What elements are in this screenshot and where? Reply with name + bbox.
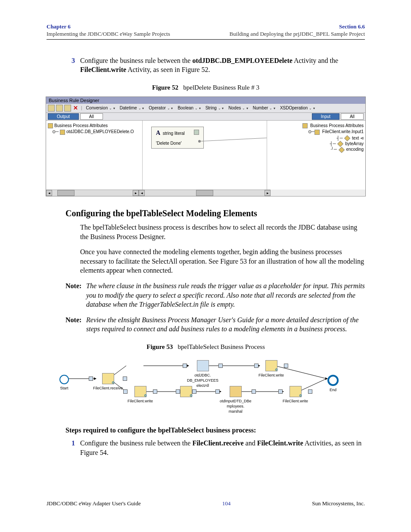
note-1: Note: The where clause in the business r…: [65, 281, 365, 309]
end-node: End: [327, 375, 339, 392]
step-1: 1 Configure the business rule between th…: [80, 439, 365, 457]
scroll-left-icon[interactable]: ◂: [46, 190, 52, 196]
node-icon: [314, 130, 320, 135]
note-label: Note:: [65, 281, 86, 309]
folder-icon: [48, 123, 53, 128]
designer-title: Business Rule Designer: [46, 97, 365, 104]
mapping-canvas[interactable]: A string literal 'Delete Done': [143, 121, 267, 190]
footer-right: Sun Microsystems, Inc.: [312, 500, 365, 507]
menu-operator[interactable]: Operator ⌄ ▾: [149, 106, 173, 110]
link-icon: [252, 389, 256, 394]
footer-left: JDBC/ODBC eWay Adapter User's Guide: [47, 500, 141, 507]
delete-icon[interactable]: ✕: [72, 105, 79, 111]
activity-write-top: FileClient.write: [258, 360, 284, 377]
menu-boolean[interactable]: Boolean ⌄ ▾: [177, 106, 200, 110]
scroll-right-icon[interactable]: ▸: [133, 190, 139, 196]
scrollbars: ◂ ▸ ◂ ▸: [46, 190, 365, 196]
menu-nodes[interactable]: Nodes ⌄ ▾: [228, 106, 248, 110]
tree-root-left: Business Process Attributes: [54, 123, 108, 128]
output-button[interactable]: Output: [48, 113, 79, 120]
figure52: Business Rule Designer ✕ | Conversion ⌄ …: [46, 96, 366, 196]
diamond-icon: [344, 135, 350, 141]
figure52-caption: Figure 52 bpelDelete Business Rule # 3: [47, 84, 365, 91]
link-icon: [308, 389, 312, 394]
link-icon: [176, 389, 180, 394]
figure53: Start FileClient.receive FileClient.writ…: [59, 355, 352, 420]
steps-intro: Steps required to configure the bpelTabl…: [65, 426, 365, 434]
scroll-right-icon[interactable]: ▸: [265, 190, 271, 196]
scroll-left-icon[interactable]: ◂: [139, 190, 145, 196]
step-3: 3 Configure the business rule between th…: [80, 56, 365, 75]
toolbar-icon-3[interactable]: [64, 105, 71, 112]
menu-number[interactable]: Number ⌄ ▾: [253, 106, 275, 110]
designer-body: Business Process Attributes ⊙─ otdJDBC.D…: [46, 121, 365, 190]
menu-string[interactable]: String ⌄ ▾: [206, 106, 224, 110]
section-label: Section 6.6: [230, 23, 365, 31]
activity-icon: [180, 386, 192, 397]
page-number: 104: [222, 500, 231, 507]
toolbar-icon-2[interactable]: [56, 105, 63, 112]
menu-conversion[interactable]: Conversion ⌄ ▾: [86, 106, 115, 110]
link-icon: [89, 376, 93, 381]
activity-icon: [134, 386, 146, 397]
all-button-right[interactable]: All: [341, 113, 364, 120]
tree-child-right: FileClient.write.Input1: [322, 129, 364, 134]
input-tree[interactable]: Business Process Attributes FileClient.w…: [267, 121, 365, 190]
paragraph-2: Once you have connected the modeling ele…: [80, 247, 365, 275]
section-subtitle: Building and Deploying the prjJDBC_BPEL …: [230, 31, 365, 38]
header-rule: [47, 39, 365, 40]
note-text: The where clause in the business rule re…: [86, 281, 365, 309]
link-icon: [123, 376, 127, 381]
note-label: Note:: [65, 315, 86, 334]
link-icon: [254, 364, 258, 368]
menu-xsd[interactable]: XSDOperation ⌄ ▾: [280, 106, 315, 110]
output-tree[interactable]: Business Process Attributes ⊙─ otdJDBC.D…: [46, 121, 143, 190]
attr-bytearray: byteArray: [345, 141, 364, 146]
all-button-left[interactable]: All: [80, 113, 103, 120]
note-2: Note: Review the eInsight Business Proce…: [65, 315, 365, 334]
scroll-thumb[interactable]: [57, 190, 75, 196]
step-text: Configure the business rule between the …: [80, 57, 338, 74]
figure53-caption: Figure 53 bpelTableSelect Business Proce…: [47, 343, 365, 351]
section-heading: Configuring the bpelTableSelect Modeling…: [65, 208, 365, 218]
activity-write-bottom: FileClient.write: [128, 386, 153, 403]
link-icon: [192, 389, 196, 394]
activity-icon: [265, 360, 277, 371]
link-icon: [215, 389, 220, 394]
menu-datetime[interactable]: Datetime ⌄ ▾: [120, 106, 144, 110]
designer-filter-row: Output All Input All: [46, 113, 365, 121]
scrollbar-mid[interactable]: ◂ ▸: [139, 190, 271, 196]
page-header: Chapter 6 Implementing the JDBC/ODBC eWa…: [47, 23, 365, 38]
activity-marshal: otdInputDTD_DBe mployees. marshal: [220, 386, 252, 414]
link-icon: [218, 364, 223, 368]
activity-icon: [197, 360, 209, 371]
activity-selectall: otdJDBC. DB_EMPLOYEES electAll: [187, 360, 218, 388]
paragraph-1: The bpelTableSelect business process is …: [80, 223, 365, 241]
start-node: Start: [59, 375, 69, 390]
mapping-line: [143, 121, 267, 190]
step-text: Configure the business rule between the …: [80, 439, 361, 456]
diamond-icon: [339, 147, 345, 153]
note-text: Review the eInsight Business Process Man…: [86, 315, 365, 334]
diamond-icon: [337, 141, 343, 147]
scroll-thumb[interactable]: [196, 190, 213, 196]
step-number: 3: [72, 56, 78, 65]
step-number: 1: [72, 439, 78, 448]
chapter-subtitle: Implementing the JDBC/ODBC eWay Sample P…: [47, 31, 170, 38]
toolbar-icon-1[interactable]: [48, 105, 55, 112]
activity-icon: [290, 386, 302, 397]
node-icon: [60, 130, 65, 135]
chapter-label: Chapter 6: [47, 23, 170, 31]
activity-write-last: FileClient.write: [283, 386, 308, 403]
link-icon: [123, 389, 128, 394]
end-icon: [327, 375, 339, 386]
activity-receive: FileClient.receive: [93, 373, 123, 390]
link-icon: [278, 389, 283, 394]
svg-point-1: [198, 140, 201, 143]
attr-encoding: encoding: [346, 147, 364, 152]
input-button[interactable]: Input: [312, 113, 339, 120]
scrollbar-left[interactable]: ◂ ▸: [46, 190, 139, 196]
svg-line-0: [199, 136, 267, 141]
link-icon: [183, 364, 187, 368]
tree-root-right: Business Process Attributes: [310, 123, 364, 128]
